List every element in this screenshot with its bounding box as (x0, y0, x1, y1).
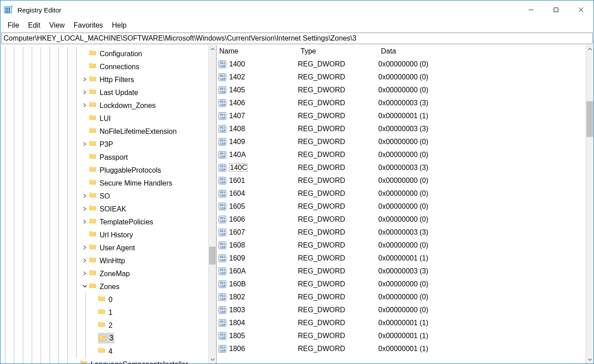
tree-item[interactable]: Connections (0, 60, 208, 73)
scroll-thumb[interactable] (586, 101, 593, 137)
value-data: 0x00000000 (0) (378, 60, 586, 68)
svg-rect-12 (554, 8, 558, 12)
folder-icon (89, 153, 97, 160)
value-row[interactable]: 1400REG_DWORD0x00000000 (0) (217, 58, 586, 70)
value-type: REG_DWORD (298, 112, 378, 120)
menu-help[interactable]: Help (108, 20, 131, 31)
value-data: 0x00000001 (1) (378, 112, 586, 120)
value-row[interactable]: 1609REG_DWORD0x00000001 (1) (217, 252, 586, 265)
tree-item[interactable]: SO (0, 189, 208, 202)
tree-item[interactable]: 2 (0, 318, 208, 331)
chevron-right-icon[interactable] (81, 194, 89, 198)
binary-value-icon (218, 190, 227, 198)
value-row[interactable]: 1405REG_DWORD0x00000000 (0) (217, 83, 586, 96)
tree-item[interactable]: Http Filters (0, 73, 208, 86)
scroll-down-icon[interactable] (209, 356, 216, 364)
address-bar[interactable]: Computer\HKEY_LOCAL_MACHINE\SOFTWARE\Mic… (1, 33, 593, 44)
tree-item[interactable]: TemplatePolicies (0, 215, 208, 228)
list-header[interactable]: Name Type Data (217, 45, 586, 58)
binary-value-icon (218, 228, 227, 236)
value-row[interactable]: 1805REG_DWORD0x00000001 (1) (217, 329, 586, 342)
tree-item[interactable]: LanguageComponentsInstaller (0, 357, 208, 364)
chevron-right-icon[interactable] (81, 245, 89, 250)
tree-item[interactable]: PluggableProtocols (0, 163, 208, 176)
value-row[interactable]: 140AREG_DWORD0x00000000 (0) (217, 148, 586, 161)
scroll-thumb[interactable] (209, 247, 216, 265)
values-list[interactable]: 1400REG_DWORD0x00000000 (0)1402REG_DWORD… (217, 58, 586, 355)
tree-item[interactable]: Last Update (0, 86, 208, 99)
value-row[interactable]: 1605REG_DWORD0x00000000 (0) (217, 200, 586, 213)
value-row[interactable]: 1806REG_DWORD0x00000001 (1) (217, 342, 586, 355)
menu-favorites[interactable]: Favorites (69, 20, 108, 31)
value-data: 0x00000000 (0) (378, 293, 586, 301)
chevron-right-icon[interactable] (81, 103, 89, 108)
tree-item[interactable]: Zones (0, 280, 208, 293)
tree-item[interactable]: Lockdown_Zones (0, 99, 208, 112)
value-row[interactable]: 1407REG_DWORD0x00000001 (1) (217, 109, 586, 122)
chevron-right-icon[interactable] (81, 271, 89, 276)
menu-edit[interactable]: Edit (24, 20, 45, 31)
binary-value-icon (218, 60, 227, 68)
titlebar[interactable]: Registry Editor (0, 0, 594, 19)
tree-item[interactable]: LUI (0, 112, 208, 124)
tree-item[interactable]: P3P (0, 137, 208, 150)
scroll-up-icon[interactable] (209, 45, 216, 53)
value-row[interactable]: 1408REG_DWORD0x00000003 (3) (217, 122, 586, 135)
tree-item[interactable]: 1 (0, 306, 208, 318)
column-name[interactable]: Name (217, 47, 298, 55)
tree-scrollbar[interactable] (208, 45, 216, 364)
scroll-track[interactable] (586, 53, 594, 356)
folder-icon (89, 243, 97, 250)
tree-item[interactable]: ZoneMap (0, 267, 208, 280)
value-row[interactable]: 1406REG_DWORD0x00000003 (3) (217, 96, 586, 109)
chevron-down-icon[interactable] (81, 284, 89, 289)
scroll-down-icon[interactable] (586, 356, 594, 364)
chevron-right-icon[interactable] (81, 219, 89, 224)
tree-item[interactable]: 3 (0, 331, 208, 344)
value-row[interactable]: 1606REG_DWORD0x00000000 (0) (217, 213, 586, 226)
tree-item[interactable]: WinHttp (0, 254, 208, 267)
value-row[interactable]: 1802REG_DWORD0x00000000 (0) (217, 290, 586, 303)
value-row[interactable]: 140CREG_DWORD0x00000003 (3) (217, 161, 586, 174)
value-row[interactable]: 1601REG_DWORD0x00000000 (0) (217, 174, 586, 187)
value-row[interactable]: 1803REG_DWORD0x00000000 (0) (217, 303, 586, 316)
column-type[interactable]: Type (298, 47, 378, 55)
content-area: ConfigurationConnectionsHttp FiltersLast… (0, 45, 594, 364)
folder-icon (89, 217, 97, 224)
scroll-up-icon[interactable] (586, 45, 594, 53)
tree-item[interactable]: 0 (0, 293, 208, 306)
close-button[interactable] (569, 0, 594, 19)
svg-rect-8 (7, 11, 8, 12)
value-row[interactable]: 160AREG_DWORD0x00000003 (3) (217, 265, 586, 277)
value-row[interactable]: 160BREG_DWORD0x00000000 (0) (217, 277, 586, 290)
value-row[interactable]: 1607REG_DWORD0x00000003 (3) (217, 226, 586, 239)
tree-item[interactable]: NoFileLifetimeExtension (0, 124, 208, 137)
tree-item[interactable]: User Agent (0, 241, 208, 254)
chevron-right-icon[interactable] (81, 258, 89, 263)
maximize-button[interactable] (544, 0, 569, 19)
scroll-track[interactable] (209, 53, 216, 356)
value-row[interactable]: 1604REG_DWORD0x00000000 (0) (217, 187, 586, 200)
chevron-right-icon[interactable] (81, 90, 89, 95)
tree-item[interactable]: Url History (0, 228, 208, 241)
chevron-right-icon[interactable] (81, 77, 89, 82)
menu-file[interactable]: File (3, 20, 24, 31)
tree-item[interactable]: 4 (0, 344, 208, 357)
value-row[interactable]: 1608REG_DWORD0x00000000 (0) (217, 239, 586, 252)
value-type: REG_DWORD (298, 177, 378, 185)
list-scrollbar[interactable] (586, 45, 594, 364)
tree-item[interactable]: Passport (0, 150, 208, 163)
tree-item[interactable]: Secure Mime Handlers (0, 176, 208, 189)
chevron-right-icon[interactable] (81, 142, 89, 146)
column-data[interactable]: Data (378, 47, 586, 55)
value-row[interactable]: 1804REG_DWORD0x00000001 (1) (217, 316, 586, 329)
value-row[interactable]: 1409REG_DWORD0x00000000 (0) (217, 135, 586, 148)
registry-tree[interactable]: ConfigurationConnectionsHttp FiltersLast… (0, 45, 208, 364)
menu-view[interactable]: View (45, 20, 69, 31)
minimize-button[interactable] (519, 0, 544, 19)
tree-item[interactable]: SOIEAK (0, 202, 208, 215)
binary-value-icon (218, 215, 227, 223)
value-row[interactable]: 1402REG_DWORD0x00000000 (0) (217, 70, 586, 83)
tree-item[interactable]: Configuration (0, 47, 208, 60)
chevron-right-icon[interactable] (81, 207, 89, 211)
